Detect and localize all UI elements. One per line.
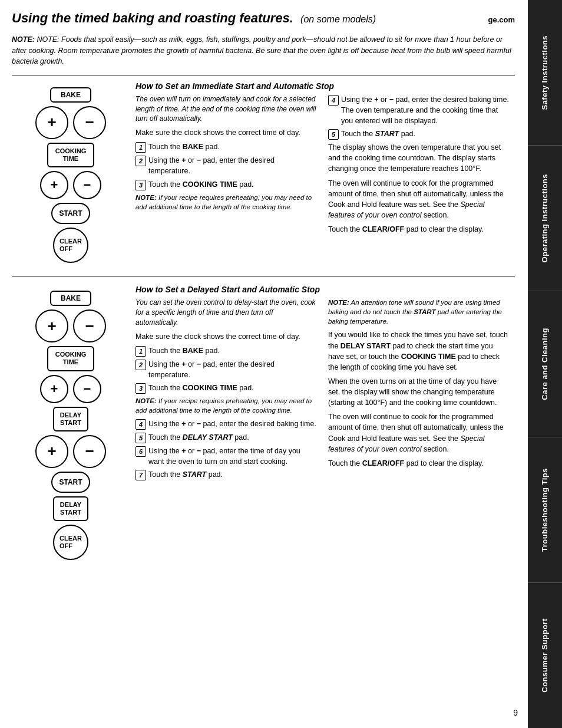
step1-1: 1 Touch the BAKE pad.: [135, 141, 316, 153]
start-button-1[interactable]: START: [51, 203, 90, 224]
section1-right: 4 Using the + or − pad, enter the desire…: [328, 94, 509, 238]
section2-intro: You can set the oven control to delay-st…: [135, 298, 316, 327]
plus-minus-row-2a: + −: [35, 309, 106, 342]
section2: BAKE + − COOKINGTIME + − DELAYSTART + − …: [12, 285, 515, 573]
section2-right-text3: The oven will continue to cook for the p…: [328, 411, 509, 454]
step1-2: 2 Using the + or − pad, enter the desire…: [135, 155, 316, 176]
minus-button-1b[interactable]: −: [73, 171, 101, 199]
section2-two-col: You can set the oven control to delay-st…: [135, 298, 509, 483]
minus-button-2b[interactable]: −: [73, 375, 101, 403]
step2-4: 4 Using the + or − pad, enter the desire…: [135, 419, 316, 430]
section1-two-col: The oven will turn on immediately and co…: [135, 94, 509, 238]
section1-heading: How to Set an Immediate Start and Automa…: [135, 81, 509, 91]
delay-start-button-top[interactable]: DELAYSTART: [53, 407, 88, 431]
sidebar: Safety Instructions Operating Instructio…: [528, 0, 562, 728]
plus-button-2b[interactable]: +: [40, 375, 68, 403]
step2-2: 2 Using the + or − pad, enter the desire…: [135, 359, 316, 380]
minus-button-2c[interactable]: −: [73, 435, 106, 468]
section1-display-text1: The display shows the oven temperature t…: [328, 142, 509, 174]
section1-instructions: How to Set an Immediate Start and Automa…: [130, 81, 515, 269]
main-note: NOTE: NOTE: Foods that spoil easily—such…: [12, 34, 515, 66]
cooking-time-button-2[interactable]: COOKINGTIME: [47, 346, 95, 371]
section2-note-right: NOTE: An attention tone will sound if yo…: [328, 298, 509, 326]
section2-heading: How to Set a Delayed Start and Automatic…: [135, 285, 509, 294]
section1-buttons: BAKE + − COOKINGTIME + − START CLEAROFF: [12, 81, 130, 269]
cooking-time-button-1[interactable]: COOKINGTIME: [47, 143, 95, 167]
bake-button-1[interactable]: BAKE: [50, 87, 91, 103]
section2-left: You can set the oven control to delay-st…: [135, 298, 316, 483]
minus-button-2a[interactable]: −: [73, 309, 106, 342]
sidebar-label-operating: Operating Instructions: [540, 174, 550, 262]
plus-button-2c[interactable]: +: [35, 435, 68, 468]
sidebar-label-troubleshooting: Troubleshooting Tips: [540, 468, 550, 552]
plus-button-1[interactable]: +: [35, 106, 68, 139]
page-subtitle: (on some models): [300, 14, 376, 24]
section2-clear-text: Touch the CLEAR/OFF pad to clear the dis…: [328, 458, 509, 469]
step2-6: 6 Using the + or − pad, enter the time o…: [135, 446, 316, 467]
sidebar-label-consumer: Consumer Support: [540, 618, 550, 693]
plus-minus-row-1b: + −: [40, 171, 101, 199]
page-number: 9: [513, 708, 518, 717]
step1-4: 4 Using the + or − pad, enter the desire…: [328, 94, 509, 126]
minus-button-1[interactable]: −: [73, 106, 106, 139]
sidebar-item-safety[interactable]: Safety Instructions: [528, 0, 562, 146]
start-button-2[interactable]: START: [51, 472, 90, 493]
bake-button-2[interactable]: BAKE: [50, 291, 91, 306]
section1-intro: The oven will turn on immediately and co…: [135, 94, 316, 124]
plus-minus-row-1: + −: [35, 106, 106, 139]
step1-5: 5 Touch the START pad.: [328, 129, 509, 140]
delay-start-button-bottom[interactable]: DELAYSTART: [53, 496, 88, 521]
section2-right-text1: If you would like to check the times you…: [328, 330, 509, 373]
step2-1: 1 Touch the BAKE pad.: [135, 345, 316, 357]
step2-7: 7 Touch the START pad.: [135, 469, 316, 480]
section1-make-sure: Make sure the clock shows the correct ti…: [135, 127, 316, 138]
main-content: Using the timed baking and roasting feat…: [0, 0, 527, 593]
section1-note-left: NOTE: If your recipe requires preheating…: [135, 193, 316, 212]
section1-clear-text: Touch the CLEAR/OFF pad to clear the dis…: [328, 224, 509, 235]
page-title: Using the timed baking and roasting feat…: [12, 11, 376, 26]
section1: BAKE + − COOKINGTIME + − START CLEAROFF …: [12, 81, 515, 276]
section2-make-sure: Make sure the clock shows the correct ti…: [135, 331, 316, 342]
section1-display-text2: The oven will continue to cook for the p…: [328, 178, 509, 221]
step2-5: 5 Touch the DELAY START pad.: [135, 432, 316, 443]
plus-minus-row-2b: + −: [40, 375, 101, 403]
section2-right: NOTE: An attention tone will sound if yo…: [328, 298, 509, 483]
sidebar-item-care[interactable]: Care and Cleaning: [528, 291, 562, 437]
section2-note-left: NOTE: If your recipe requires preheating…: [135, 396, 316, 415]
section2-right-text2: When the oven turns on at the time of da…: [328, 376, 509, 408]
plus-button-1b[interactable]: +: [40, 171, 68, 199]
step1-3: 3 Touch the COOKING TIME pad.: [135, 179, 316, 190]
top-divider: [12, 75, 515, 75]
sidebar-item-consumer[interactable]: Consumer Support: [528, 583, 562, 728]
plus-minus-row-2c: + −: [35, 435, 106, 468]
clear-off-button-2[interactable]: CLEAROFF: [53, 525, 88, 560]
sidebar-item-troubleshooting[interactable]: Troubleshooting Tips: [528, 437, 562, 583]
ge-com: ge.com: [488, 15, 515, 24]
section1-left: The oven will turn on immediately and co…: [135, 94, 316, 238]
sidebar-label-safety: Safety Instructions: [540, 35, 550, 110]
section2-instructions: How to Set a Delayed Start and Automatic…: [130, 285, 515, 566]
step2-3: 3 Touch the COOKING TIME pad.: [135, 383, 316, 394]
clear-off-button-1[interactable]: CLEAROFF: [53, 228, 88, 263]
sidebar-label-care: Care and Cleaning: [540, 328, 550, 400]
section2-buttons: BAKE + − COOKINGTIME + − DELAYSTART + − …: [12, 285, 130, 566]
sidebar-item-operating[interactable]: Operating Instructions: [528, 146, 562, 291]
plus-button-2a[interactable]: +: [35, 309, 68, 342]
